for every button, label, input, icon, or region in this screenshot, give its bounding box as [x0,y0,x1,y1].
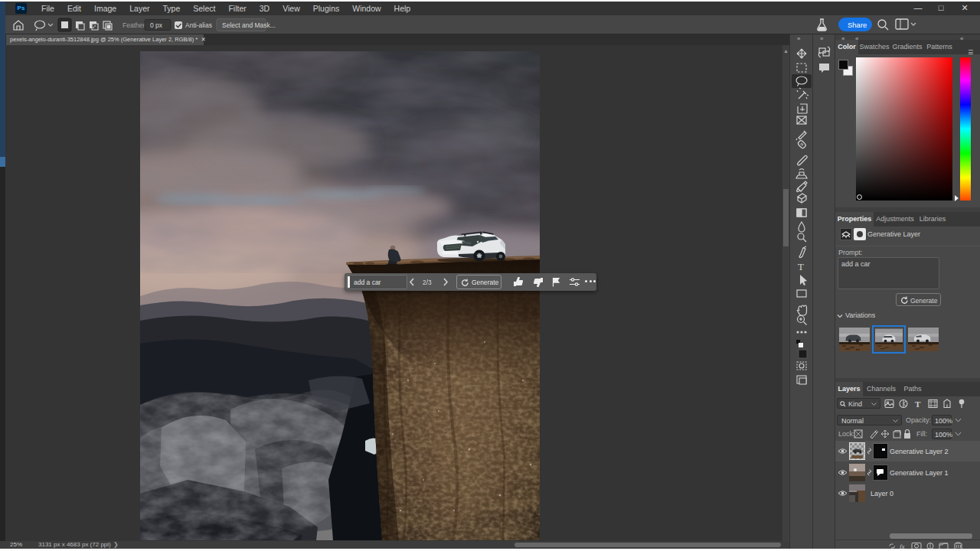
svg-text:T: T [798,261,804,272]
svg-text:Anti-alias: Anti-alias [185,21,212,29]
svg-text:Share: Share [848,21,867,29]
svg-text:0 px: 0 px [150,21,163,29]
svg-text:Select and Mask...: Select and Mask... [222,21,276,29]
svg-text:Feather:: Feather: [122,21,147,29]
svg-text:T: T [915,399,921,409]
